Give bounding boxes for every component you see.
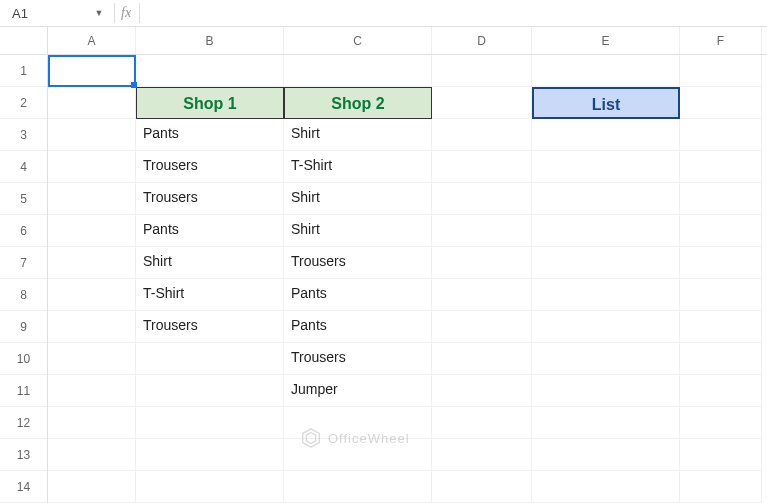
col-header-e[interactable]: E <box>532 27 680 54</box>
cell[interactable] <box>680 87 762 119</box>
row-header-10[interactable]: 10 <box>0 343 47 375</box>
cell[interactable] <box>680 279 762 311</box>
cell[interactable] <box>48 183 136 215</box>
row-header-13[interactable]: 13 <box>0 439 47 471</box>
cell[interactable]: T-Shirt <box>136 279 284 311</box>
cell[interactable] <box>48 151 136 183</box>
cell[interactable] <box>432 407 532 439</box>
cell[interactable] <box>532 247 680 279</box>
name-box-input[interactable] <box>6 2 94 24</box>
cell[interactable] <box>432 471 532 503</box>
cell[interactable] <box>432 87 532 119</box>
col-header-f[interactable]: F <box>680 27 762 54</box>
cell[interactable] <box>136 375 284 407</box>
cell[interactable] <box>680 183 762 215</box>
table-header-shop1[interactable]: Shop 1 <box>136 87 284 119</box>
cell[interactable]: Trousers <box>136 311 284 343</box>
cell[interactable]: Shirt <box>284 215 432 247</box>
cell[interactable]: Pants <box>136 215 284 247</box>
cell[interactable] <box>432 119 532 151</box>
row-header-11[interactable]: 11 <box>0 375 47 407</box>
cell[interactable]: Trousers <box>284 343 432 375</box>
cell[interactable] <box>284 471 432 503</box>
row-header-7[interactable]: 7 <box>0 247 47 279</box>
cell[interactable] <box>48 439 136 471</box>
cell[interactable] <box>680 247 762 279</box>
cell[interactable] <box>432 215 532 247</box>
cell[interactable] <box>680 439 762 471</box>
cell[interactable] <box>432 343 532 375</box>
row-header-12[interactable]: 12 <box>0 407 47 439</box>
cell[interactable]: Shirt <box>136 247 284 279</box>
cell[interactable]: Trousers <box>284 247 432 279</box>
col-header-c[interactable]: C <box>284 27 432 54</box>
cell[interactable] <box>532 375 680 407</box>
cell[interactable] <box>532 343 680 375</box>
cell[interactable]: Trousers <box>136 151 284 183</box>
cell[interactable] <box>680 471 762 503</box>
cell[interactable] <box>532 183 680 215</box>
table-header-shop2[interactable]: Shop 2 <box>284 87 432 119</box>
row-header-14[interactable]: 14 <box>0 471 47 503</box>
col-header-b[interactable]: B <box>136 27 284 54</box>
cell[interactable] <box>136 55 284 87</box>
row-header-6[interactable]: 6 <box>0 215 47 247</box>
row-header-8[interactable]: 8 <box>0 279 47 311</box>
cell[interactable] <box>432 439 532 471</box>
cell[interactable] <box>432 183 532 215</box>
row-header-2[interactable]: 2 <box>0 87 47 119</box>
cell[interactable] <box>532 311 680 343</box>
cell[interactable] <box>48 471 136 503</box>
cell[interactable] <box>432 311 532 343</box>
cell[interactable] <box>432 375 532 407</box>
row-header-9[interactable]: 9 <box>0 311 47 343</box>
col-header-a[interactable]: A <box>48 27 136 54</box>
select-all-corner[interactable] <box>0 27 47 55</box>
cell[interactable] <box>48 279 136 311</box>
cell[interactable] <box>532 407 680 439</box>
cell[interactable] <box>136 343 284 375</box>
cell[interactable] <box>680 343 762 375</box>
row-header-4[interactable]: 4 <box>0 151 47 183</box>
cell[interactable] <box>680 407 762 439</box>
cell[interactable] <box>48 87 136 119</box>
cell[interactable] <box>48 247 136 279</box>
cell[interactable] <box>48 343 136 375</box>
row-header-1[interactable]: 1 <box>0 55 47 87</box>
cell[interactable] <box>432 247 532 279</box>
formula-input[interactable] <box>144 2 767 24</box>
cell[interactable] <box>432 279 532 311</box>
cell[interactable] <box>680 311 762 343</box>
row-header-3[interactable]: 3 <box>0 119 47 151</box>
cell[interactable] <box>136 407 284 439</box>
cell[interactable] <box>48 119 136 151</box>
cell[interactable] <box>432 151 532 183</box>
cell[interactable] <box>136 471 284 503</box>
cell[interactable] <box>532 119 680 151</box>
cell[interactable]: Jumper <box>284 375 432 407</box>
cell-a1-active[interactable] <box>48 55 136 87</box>
cell[interactable] <box>48 375 136 407</box>
cell[interactable]: Pants <box>284 311 432 343</box>
cell[interactable]: Pants <box>284 279 432 311</box>
cell[interactable] <box>680 55 762 87</box>
cell[interactable] <box>48 311 136 343</box>
cell[interactable]: Trousers <box>136 183 284 215</box>
cell[interactable]: Pants <box>136 119 284 151</box>
cell[interactable] <box>284 55 432 87</box>
cell[interactable] <box>136 439 284 471</box>
cell[interactable]: Shirt <box>284 183 432 215</box>
name-box-dropdown-icon[interactable]: ▼ <box>94 8 108 18</box>
cell[interactable] <box>532 55 680 87</box>
col-header-d[interactable]: D <box>432 27 532 54</box>
cell[interactable] <box>532 279 680 311</box>
cell[interactable] <box>432 55 532 87</box>
cell[interactable]: Shirt <box>284 119 432 151</box>
cell[interactable] <box>48 407 136 439</box>
cell[interactable] <box>532 439 680 471</box>
row-header-5[interactable]: 5 <box>0 183 47 215</box>
cell[interactable] <box>48 215 136 247</box>
table-header-list[interactable]: List <box>532 87 680 119</box>
cell[interactable] <box>680 119 762 151</box>
cell[interactable]: T-Shirt <box>284 151 432 183</box>
